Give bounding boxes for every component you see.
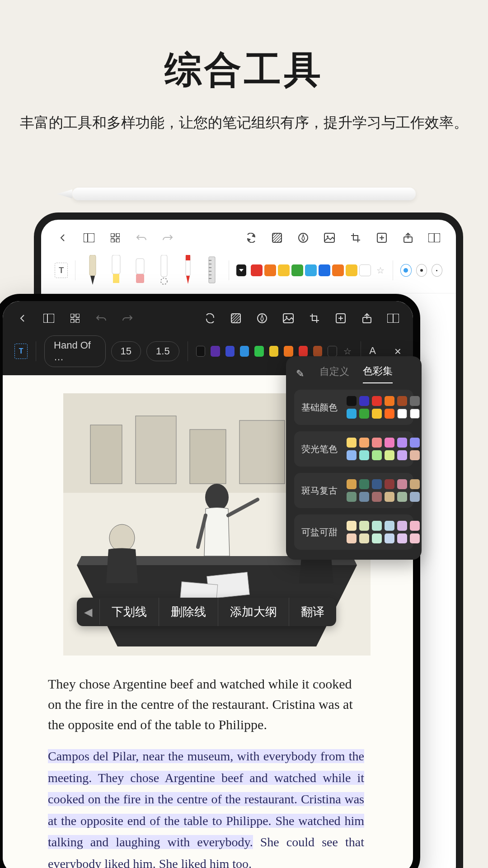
stroke-size-large[interactable] xyxy=(400,264,411,277)
color-swatch[interactable] xyxy=(299,346,308,357)
color-swatch[interactable] xyxy=(196,346,206,357)
crop-icon[interactable] xyxy=(347,230,364,246)
printed-paragraph[interactable]: Campos del Pilar, near the museum, with … xyxy=(48,745,364,868)
image-icon[interactable] xyxy=(280,310,296,326)
palette-swatch[interactable] xyxy=(372,533,382,543)
palette-swatch[interactable] xyxy=(410,396,420,406)
color-swatch[interactable] xyxy=(332,264,344,276)
palette-swatch[interactable] xyxy=(372,396,382,406)
undo-icon[interactable] xyxy=(93,310,109,326)
palette-swatch[interactable] xyxy=(359,396,369,406)
palette-swatch[interactable] xyxy=(385,533,394,543)
share-icon[interactable] xyxy=(359,310,375,326)
font-size-select[interactable]: 15 xyxy=(111,341,141,361)
palette-swatch[interactable] xyxy=(347,396,357,406)
tab-palette[interactable]: 色彩集 xyxy=(363,364,393,383)
color-swatch-empty[interactable] xyxy=(328,346,337,357)
palette-swatch[interactable] xyxy=(347,492,357,502)
palette-swatch[interactable] xyxy=(397,450,407,460)
eraser-tool[interactable] xyxy=(131,254,150,287)
palette-swatch[interactable] xyxy=(359,450,369,460)
split-view-icon[interactable] xyxy=(426,230,442,246)
color-swatch[interactable] xyxy=(291,264,303,276)
palette-swatch[interactable] xyxy=(347,409,357,419)
stroke-size-small[interactable] xyxy=(432,264,442,277)
sync-icon[interactable] xyxy=(202,310,218,326)
ruler-tool[interactable] xyxy=(202,254,221,287)
pen-circle-icon[interactable] xyxy=(254,310,270,326)
palette-swatch[interactable] xyxy=(372,492,382,502)
palette-swatch[interactable] xyxy=(397,492,407,502)
palette-swatch[interactable] xyxy=(347,521,357,531)
color-swatch[interactable] xyxy=(269,346,278,357)
palette-swatch[interactable] xyxy=(347,479,357,489)
palette-swatch[interactable] xyxy=(397,479,407,489)
palette-swatch[interactable] xyxy=(359,409,369,419)
color-swatch[interactable] xyxy=(346,264,357,276)
sync-icon[interactable] xyxy=(243,230,259,246)
split-view-icon[interactable] xyxy=(385,310,401,326)
line-spacing-select[interactable]: 1.5 xyxy=(146,341,179,361)
color-swatch[interactable] xyxy=(240,346,249,357)
palette-swatch[interactable] xyxy=(410,479,420,489)
add-page-icon[interactable] xyxy=(333,310,349,326)
favorite-color-icon[interactable]: ☆ xyxy=(375,264,385,276)
image-icon[interactable] xyxy=(321,230,338,246)
palette-swatch[interactable] xyxy=(372,438,382,448)
palette-swatch[interactable] xyxy=(410,450,420,460)
color-swatch[interactable] xyxy=(251,264,263,276)
text-tool-active[interactable]: T xyxy=(14,344,28,359)
palette-swatch[interactable] xyxy=(359,438,369,448)
lasso-tool[interactable] xyxy=(155,254,174,287)
share-icon[interactable] xyxy=(400,230,416,246)
palette-swatch[interactable] xyxy=(385,450,394,460)
palette-swatch[interactable] xyxy=(410,409,420,419)
swatch-dropdown[interactable] xyxy=(236,264,246,276)
palette-swatch[interactable] xyxy=(385,409,394,419)
color-swatch[interactable] xyxy=(313,346,322,357)
palette-swatch[interactable] xyxy=(385,479,394,489)
handwritten-paragraph[interactable]: They chose Argentine beef and watched wh… xyxy=(48,674,364,735)
red-pen-tool[interactable] xyxy=(178,254,197,287)
palette-swatch[interactable] xyxy=(385,492,394,502)
texture-icon[interactable] xyxy=(228,310,244,326)
palette-swatch[interactable] xyxy=(359,521,369,531)
font-select[interactable]: Hand Of … xyxy=(44,335,106,367)
redo-icon[interactable] xyxy=(119,310,136,326)
palette-swatch[interactable] xyxy=(397,533,407,543)
eyedropper-icon[interactable]: ✎ xyxy=(296,368,304,380)
color-swatch[interactable] xyxy=(211,346,220,357)
add-page-icon[interactable] xyxy=(374,230,390,246)
palette-swatch[interactable] xyxy=(385,521,394,531)
text-tool[interactable]: T xyxy=(55,263,68,278)
palette-swatch[interactable] xyxy=(347,438,357,448)
color-swatch[interactable] xyxy=(264,264,276,276)
palette-swatch[interactable] xyxy=(410,521,420,531)
palette-swatch[interactable] xyxy=(397,521,407,531)
favorite-color-icon[interactable]: ☆ xyxy=(343,345,352,357)
palette-swatch[interactable] xyxy=(372,409,382,419)
pen-circle-icon[interactable] xyxy=(295,230,311,246)
stroke-size-medium[interactable] xyxy=(416,264,427,277)
palette-swatch[interactable] xyxy=(359,479,369,489)
color-swatch[interactable] xyxy=(319,264,330,276)
crop-icon[interactable] xyxy=(306,310,323,326)
color-swatch[interactable] xyxy=(225,346,235,357)
menu-prev-icon[interactable]: ◀ xyxy=(77,599,100,625)
color-swatch[interactable] xyxy=(254,346,263,357)
ctx-translate[interactable]: 翻译 xyxy=(289,598,336,626)
color-swatch[interactable] xyxy=(359,264,371,276)
palette-swatch[interactable] xyxy=(410,438,420,448)
palette-swatch[interactable] xyxy=(347,450,357,460)
palette-swatch[interactable] xyxy=(372,521,382,531)
back-icon[interactable] xyxy=(55,230,71,246)
redo-icon[interactable] xyxy=(160,230,176,246)
palette-swatch[interactable] xyxy=(397,396,407,406)
palette-swatch[interactable] xyxy=(385,396,394,406)
undo-icon[interactable] xyxy=(133,230,150,246)
fountain-pen-tool[interactable] xyxy=(83,254,102,287)
sidebar-icon[interactable] xyxy=(41,310,57,326)
color-swatch[interactable] xyxy=(305,264,317,276)
palette-swatch[interactable] xyxy=(410,533,420,543)
tab-custom[interactable]: 自定义 xyxy=(319,365,349,383)
